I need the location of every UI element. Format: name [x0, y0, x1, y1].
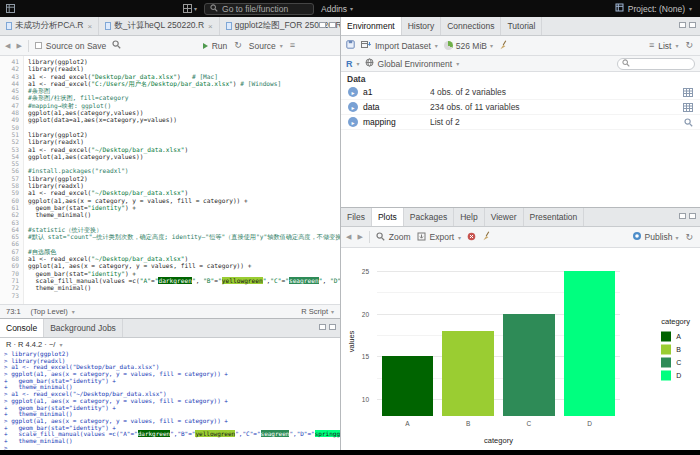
x-tick-label: C	[499, 420, 560, 427]
line-number: 47	[0, 102, 19, 109]
expand-object-icon[interactable]: ▸	[348, 117, 358, 127]
environment-object-row[interactable]: ▸a14 obs. of 2 variables	[341, 85, 700, 100]
line-number: 50	[0, 124, 19, 131]
view-table-icon[interactable]	[683, 88, 693, 97]
code-content[interactable]: library(ggplot2)library(readxl)a1 <- rea…	[24, 56, 340, 304]
search-icon	[622, 59, 630, 69]
forward-icon[interactable]: ▶	[16, 42, 21, 50]
line-number: 54	[0, 153, 19, 160]
console-tab[interactable]: Background Jobs	[44, 319, 123, 337]
toolbar-panes-icon[interactable]: ▾	[183, 4, 197, 13]
environment-scope-selector[interactable]: Global Environment ▾	[365, 58, 460, 69]
plots-tab[interactable]: Presentation	[524, 208, 585, 226]
maximize-pane-icon[interactable]	[329, 22, 336, 28]
minimize-pane-icon[interactable]	[679, 22, 686, 28]
maximize-pane-icon[interactable]	[329, 324, 336, 330]
environment-search-input[interactable]	[633, 59, 691, 68]
remove-plot-icon[interactable]	[467, 232, 476, 243]
code-line: #条形图	[28, 87, 340, 94]
maximize-pane-icon[interactable]	[689, 22, 696, 28]
next-plot-icon[interactable]: ▶	[357, 233, 362, 241]
zoom-button[interactable]: Zoom	[376, 232, 411, 243]
legend-swatch	[661, 344, 671, 354]
environment-object-row[interactable]: ▸mappingList of 2	[341, 115, 700, 130]
line-number: 68	[0, 255, 19, 262]
maximize-pane-icon[interactable]	[689, 213, 696, 219]
line-number: 61	[0, 204, 19, 211]
pane-window-controls[interactable]	[679, 213, 696, 219]
memory-usage-button[interactable]: 526 MiB ▾	[444, 41, 493, 51]
pane-window-controls[interactable]	[319, 324, 336, 330]
scope-selector[interactable]: (Top Level) ▾	[31, 307, 75, 316]
pane-window-controls[interactable]	[679, 22, 696, 28]
goto-file-search[interactable]: Go to file/function	[204, 3, 314, 15]
tab-label: 数_计算heQL 250220.R	[114, 20, 204, 32]
view-table-icon[interactable]	[683, 103, 693, 112]
editor-tab[interactable]: 未成功分析PCA.R×	[0, 17, 99, 35]
plots-tab[interactable]: Plots	[372, 208, 404, 226]
export-button[interactable]: Export ▾	[417, 232, 462, 243]
environment-object-row[interactable]: ▸data234 obs. of 11 variables	[341, 100, 700, 115]
code-editor[interactable]: 4142434445464748495051525354555657585960…	[0, 56, 340, 304]
tab-close-icon[interactable]: ×	[87, 22, 92, 31]
addins-menu[interactable]: Addins ▾	[321, 4, 353, 14]
clear-workspace-icon[interactable]	[499, 40, 509, 52]
import-dataset-button[interactable]: Import Dataset ▾	[361, 40, 438, 51]
console-output[interactable]: > library(ggplot2)> library(readxl)> a1 …	[0, 350, 340, 450]
refresh-icon[interactable]: ↻	[685, 41, 693, 50]
pane-window-controls[interactable]	[319, 22, 336, 28]
save-workspace-icon[interactable]	[346, 40, 355, 51]
line-number: 62	[0, 211, 19, 218]
chevron-down-icon: ▾	[59, 341, 62, 348]
tab-close-icon[interactable]: ×	[208, 22, 213, 31]
rerun-icon[interactable]: ↻	[234, 41, 242, 50]
plots-tab[interactable]: Help	[454, 208, 484, 226]
document-outline-icon[interactable]: ≡	[290, 41, 295, 50]
language-selector[interactable]: R ▾	[346, 59, 360, 69]
expand-object-icon[interactable]: ▸	[348, 102, 358, 112]
console-tab[interactable]: Console	[0, 319, 44, 337]
environment-tab[interactable]: Tutorial	[501, 17, 542, 35]
console-pane: ConsoleBackground Jobs R · R 4.4.2 · ~/ …	[0, 318, 340, 450]
expand-object-icon[interactable]: ▸	[348, 87, 358, 97]
plots-tab[interactable]: Packages	[404, 208, 454, 226]
previous-plot-icon[interactable]: ◀	[346, 233, 351, 241]
refresh-icon[interactable]: ↻	[685, 233, 693, 242]
environment-tab[interactable]: Connections	[441, 17, 501, 35]
tab-label: Environment	[347, 21, 395, 31]
chevron-down-icon: ▾	[458, 234, 461, 241]
project-menu[interactable]: Project: (None) ▾	[615, 3, 692, 14]
line-number: 66	[0, 240, 19, 247]
plots-tab[interactable]: Viewer	[485, 208, 524, 226]
minimize-pane-icon[interactable]	[679, 213, 686, 219]
line-number: 65	[0, 233, 19, 240]
environment-search-box[interactable]	[617, 58, 695, 70]
source-tabstrip: 未成功分析PCA.R×数_计算heQL 250220.R×ggplot2绘图_F…	[0, 17, 340, 36]
inspect-object-icon[interactable]	[684, 118, 693, 127]
run-button[interactable]: Run	[203, 41, 228, 51]
back-icon[interactable]: ◀	[5, 42, 10, 50]
list-view-selector[interactable]: ≡ List ▾	[649, 41, 679, 51]
filetype-selector[interactable]: R Script ▾	[301, 307, 334, 316]
environment-tab[interactable]: Environment	[341, 17, 402, 35]
plots-tab[interactable]: Files	[341, 208, 372, 226]
code-line: #statistic（统计变换）	[28, 226, 340, 233]
checkbox-icon[interactable]	[35, 42, 42, 49]
addins-label: Addins	[321, 4, 347, 14]
publish-button[interactable]: Publish ▾	[632, 231, 679, 243]
environment-toolbar: Import Dataset ▾ 526 MiB ▾ ≡ Li	[341, 36, 700, 56]
export-icon	[417, 232, 426, 243]
editor-tab[interactable]: 数_计算heQL 250220.R×	[99, 17, 220, 35]
console-line: + theme_minimal()	[4, 438, 336, 445]
tab-label: Plots	[378, 212, 397, 222]
code-line	[28, 240, 340, 247]
source-button[interactable]: Source ▾	[249, 41, 283, 51]
minimize-pane-icon[interactable]	[319, 22, 326, 28]
run-icon	[203, 43, 208, 49]
minimize-pane-icon[interactable]	[319, 324, 326, 330]
source-on-save-toggle[interactable]: Source on Save	[35, 41, 106, 51]
environment-tab[interactable]: History	[402, 17, 441, 35]
line-number: 57	[0, 175, 19, 182]
find-replace-icon[interactable]	[112, 40, 121, 51]
clear-all-plots-icon[interactable]	[482, 231, 492, 243]
